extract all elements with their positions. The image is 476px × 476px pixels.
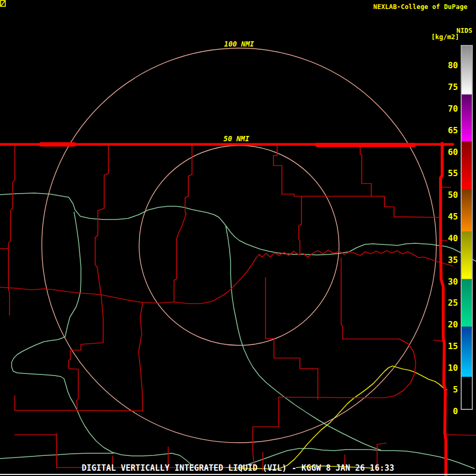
scale-tick-50: 50 bbox=[443, 190, 458, 200]
county-line bbox=[139, 303, 143, 411]
scale-tick-10: 10 bbox=[443, 363, 458, 373]
scale-tick-40: 40 bbox=[443, 233, 458, 243]
site-credit: NEXLAB-College of DuPage bbox=[373, 3, 468, 11]
scale-units: [kg/m2] bbox=[431, 33, 459, 41]
county-line bbox=[434, 340, 443, 341]
range-ring-label: 50 NMI bbox=[224, 134, 250, 143]
county-line bbox=[341, 258, 399, 339]
county-line bbox=[266, 278, 318, 399]
river-line bbox=[226, 226, 381, 450]
county-line bbox=[273, 144, 441, 217]
county-line bbox=[253, 397, 279, 468]
county-line bbox=[279, 397, 372, 398]
scale-tick-65: 65 bbox=[443, 125, 458, 135]
bottom-divider bbox=[0, 474, 476, 475]
scale-tick-20: 20 bbox=[443, 319, 458, 329]
scale-tick-55: 55 bbox=[443, 168, 458, 178]
county-line bbox=[299, 197, 301, 254]
scale-tick-35: 35 bbox=[443, 255, 458, 265]
range-ring bbox=[139, 145, 339, 345]
scale-tick-70: 70 bbox=[443, 104, 458, 114]
scale-tick-75: 75 bbox=[443, 82, 458, 92]
county-line bbox=[174, 144, 192, 301]
scale-tick-0: 0 bbox=[443, 406, 458, 416]
county-line bbox=[8, 144, 15, 315]
product-caption: DIGITAL VERTICALLY INTEGRATED LIQUID (VI… bbox=[0, 463, 476, 473]
scale-tick-60: 60 bbox=[443, 147, 458, 157]
scale-tick-15: 15 bbox=[443, 341, 458, 351]
scale-tick-30: 30 bbox=[443, 277, 458, 287]
color-scale-bar bbox=[461, 45, 473, 410]
radar-screen: 50 NMI100 NMI NEXLAB-College of DuPage N… bbox=[0, 0, 476, 476]
scale-tick-25: 25 bbox=[443, 298, 458, 308]
scale-tick-45: 45 bbox=[443, 212, 458, 222]
cod-logo-icon bbox=[0, 0, 6, 7]
county-line bbox=[360, 144, 371, 196]
range-ring-label: 100 NMI bbox=[224, 40, 254, 48]
scale-tick-80: 80 bbox=[443, 60, 458, 70]
county-line bbox=[69, 294, 103, 410]
river-line bbox=[0, 193, 476, 261]
range-ring bbox=[42, 48, 436, 443]
highway-line bbox=[188, 366, 447, 470]
scale-tick-5: 5 bbox=[443, 385, 458, 395]
county-line bbox=[15, 410, 143, 411]
county-line bbox=[0, 250, 453, 304]
county-line bbox=[446, 435, 476, 435]
radar-map: 50 NMI100 NMI bbox=[0, 0, 476, 476]
